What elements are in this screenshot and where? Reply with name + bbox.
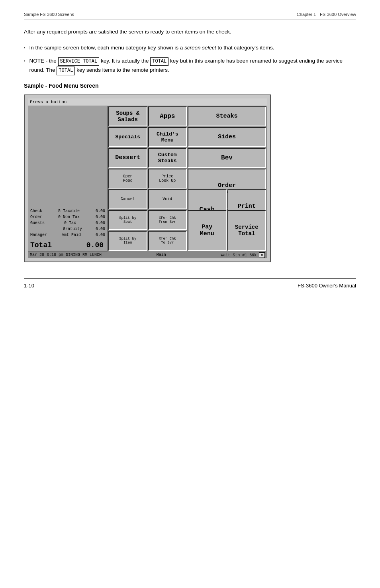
manager-label: Manager (30, 232, 47, 238)
order-label: Order (30, 214, 42, 220)
amtpaid-val: 0.00 (96, 232, 105, 238)
status-right-text: Wait Stn #1 69k (221, 253, 257, 258)
check-row-4: Gratuity 0.00 (30, 226, 105, 232)
pos-main: Check 5 Taxable 0.00 Order 0 Non-Tax 0.0… (28, 106, 267, 252)
check-guests-label: 5 Taxable (58, 208, 80, 214)
taxable-val: 0.00 (96, 208, 105, 214)
page-header: Sample FS-3600 Screens Chapter 1 - FS-36… (24, 12, 356, 20)
gratuity-val: 0.00 (96, 226, 105, 232)
pos-button-grid: Soups & SaladsAppsSteaksSpecialsChild's … (108, 106, 267, 252)
btn-custom-steaks[interactable]: Custom Steaks (148, 148, 187, 168)
btn-xfer-to[interactable]: Xfer Chk To Svr (148, 231, 187, 251)
intro-paragraph: After any required prompts are satisfied… (24, 28, 356, 36)
header-right: Chapter 1 - FS-3600 Overview (297, 12, 356, 17)
check-row-2: Order 0 Non-Tax 0.00 (30, 214, 105, 220)
btn-void[interactable]: Void (148, 189, 187, 209)
total-val: 0.00 (86, 241, 104, 249)
btn-childs-menu[interactable]: Child's Menu (148, 127, 187, 147)
bullet-icon-2: ▪ (24, 58, 25, 64)
pos-status-bar: Mar 20 3:10 pm DINING RM LUNCH Main Wait… (28, 252, 267, 258)
bullet-text-2: NOTE - the SERVICE TOTAL key. It is actu… (29, 57, 356, 75)
total-key-2: TOTAL (57, 67, 75, 75)
header-left: Sample FS-3600 Screens (24, 12, 74, 17)
status-right: Wait Stn #1 69k ✕ (221, 252, 265, 258)
nontax-val: 0.00 (96, 214, 105, 220)
btn-soups-salads[interactable]: Soups & Salads (108, 106, 147, 126)
status-x-button[interactable]: ✕ (259, 252, 265, 258)
check-row-3: Guests 0 Tax 0.00 (30, 220, 105, 226)
pos-screen-wrapper: Press a button Check 5 Taxable 0.00 Orde… (24, 94, 271, 262)
status-left: Mar 20 3:10 pm DINING RM LUNCH (30, 253, 102, 257)
btn-specials[interactable]: Specials (108, 127, 147, 147)
gratuity-label: Gratuity (63, 226, 82, 232)
btn-bev[interactable]: Bev (188, 148, 266, 168)
footer-left: 1-10 (24, 283, 34, 289)
btn-sides[interactable]: Sides (188, 127, 266, 147)
pos-screen: Press a button Check 5 Taxable 0.00 Orde… (28, 98, 267, 258)
bullet-icon-1: ▪ (24, 45, 25, 51)
btn-service-total[interactable]: Service Total (227, 210, 266, 251)
bullet-text-1: In the sample screen below, each menu ca… (29, 43, 274, 52)
btn-steaks[interactable]: Steaks (188, 106, 266, 126)
check-row-1: Check 5 Taxable 0.00 (30, 208, 105, 214)
pos-top-bar: Press a button (28, 98, 267, 106)
service-total-key: SERVICE TOTAL (58, 57, 100, 66)
check-label: Check (30, 208, 42, 214)
btn-dessert[interactable]: Dessert (108, 148, 147, 168)
nontax-label: 0 Non-Tax (58, 214, 80, 220)
section-title: Sample - Food Menu Screen (24, 83, 356, 89)
btn-xfer-from[interactable]: XFer Chk From Svr (148, 210, 187, 230)
amtpaid-label: Amt Paid (62, 232, 81, 238)
gratuity-spacer (30, 226, 49, 232)
pos-left-panel: Check 5 Taxable 0.00 Order 0 Non-Tax 0.0… (28, 106, 108, 252)
btn-open-food[interactable]: Open Food (108, 169, 147, 189)
page-footer: 1-10 FS-3600 Owner's Manual (24, 278, 356, 289)
pos-check-info: Check 5 Taxable 0.00 Order 0 Non-Tax 0.0… (30, 208, 105, 240)
total-label: Total (30, 241, 52, 249)
btn-price-lookup[interactable]: Price Look Up (148, 169, 187, 189)
btn-pay-menu[interactable]: Pay Menu (188, 210, 227, 251)
bullet-list: ▪ In the sample screen below, each menu … (24, 43, 356, 75)
tax-label: 0 Tax (64, 220, 76, 226)
total-key-1: TOTAL (150, 57, 168, 66)
btn-split-item[interactable]: Split by Item (108, 231, 147, 251)
check-row-5: Manager Amt Paid 0.00 (30, 232, 105, 238)
footer-right: FS-3600 Owner's Manual (298, 283, 356, 289)
btn-cancel[interactable]: Cancel (108, 189, 147, 209)
bullet-item-2: ▪ NOTE - the SERVICE TOTAL key. It is ac… (24, 57, 356, 75)
bullet-item-1: ▪ In the sample screen below, each menu … (24, 43, 356, 52)
status-center: Main (157, 253, 166, 257)
tax-val: 0.00 (96, 220, 105, 226)
guests-label: Guests (30, 220, 45, 226)
pos-total-row: Total 0.00 (30, 241, 105, 249)
btn-split-seat[interactable]: Split by Seat (108, 210, 147, 230)
total-divider (30, 239, 105, 239)
btn-apps[interactable]: Apps (148, 106, 187, 126)
